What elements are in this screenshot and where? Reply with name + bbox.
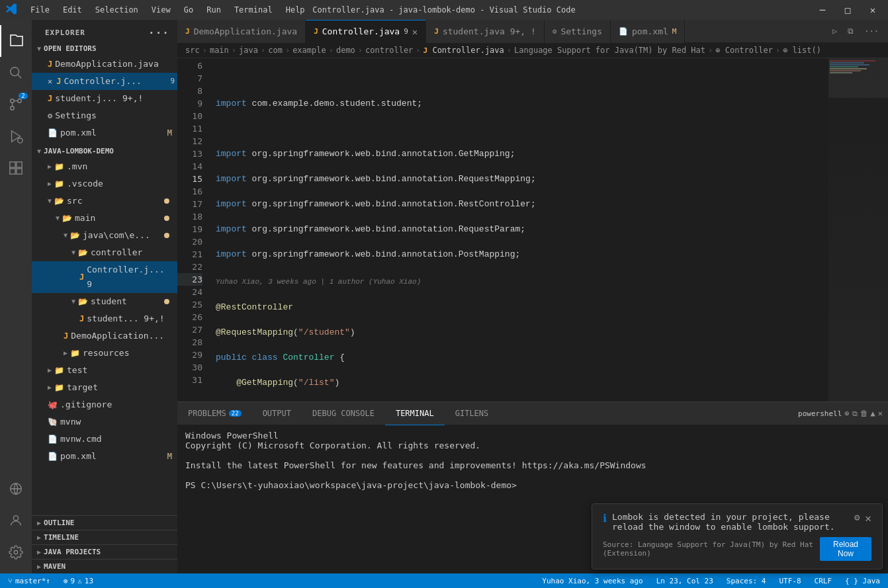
file-controller-java[interactable]: J Controller.j... 9: [32, 261, 177, 293]
breadcrumb-src[interactable]: src: [185, 46, 200, 55]
breadcrumb-controller[interactable]: controller: [365, 46, 413, 55]
tab-settings[interactable]: ⚙ Settings: [545, 20, 611, 43]
tab-student[interactable]: J student.java 9+, !: [426, 20, 545, 43]
code-line: @RestController: [216, 301, 828, 314]
split-editor-icon[interactable]: ⧉: [844, 24, 858, 38]
open-editor-demo-application[interactable]: J DemoApplication.java: [32, 56, 177, 73]
open-editors-section[interactable]: ▼ OPEN EDITORS: [32, 42, 177, 56]
add-terminal-icon[interactable]: ⊕: [844, 409, 849, 418]
folder-controller[interactable]: ▼ 📂 controller: [32, 244, 177, 261]
minimize-button[interactable]: ─: [813, 3, 832, 17]
account-icon[interactable]: [0, 505, 32, 536]
open-editor-controller[interactable]: ✕ J Controller.j... 9: [32, 73, 177, 90]
menu-view[interactable]: View: [146, 4, 176, 16]
breadcrumb-com[interactable]: com: [268, 46, 283, 55]
outline-header[interactable]: ▶ OUTLINE: [32, 516, 177, 530]
maximize-button[interactable]: □: [838, 3, 858, 17]
breadcrumb-lang-support[interactable]: Language Support for Java(TM) by Red Hat: [514, 46, 705, 55]
tab-pom[interactable]: 📄 pom.xml M: [611, 20, 685, 43]
cmd-icon: 📄: [48, 432, 58, 446]
file-gitignore[interactable]: 🐙 .gitignore: [32, 396, 177, 413]
open-editor-student[interactable]: J student.j... 9+,!: [32, 90, 177, 107]
tab-output[interactable]: OUTPUT: [252, 402, 302, 425]
tab-close-button[interactable]: ✕: [412, 26, 418, 37]
breadcrumb-example[interactable]: example: [292, 46, 326, 55]
close-button[interactable]: ✕: [863, 3, 883, 17]
folder-vscode[interactable]: ▶ 📁 .vscode: [32, 175, 177, 192]
menu-run[interactable]: Run: [201, 4, 226, 16]
menu-terminal[interactable]: Terminal: [229, 4, 278, 16]
file-student-java[interactable]: J student... 9+,!: [32, 310, 177, 327]
folder-java-com[interactable]: ▼ 📂 java\com\e...: [32, 227, 177, 244]
error-warning-status[interactable]: ⊗ 9 ⚠ 13: [61, 577, 96, 585]
close-icon[interactable]: ✕: [48, 74, 52, 89]
maven-header[interactable]: ▶ MAVEN: [32, 560, 177, 573]
git-blame-status[interactable]: Yuhao Xiao, 3 weeks ago: [539, 577, 645, 585]
file-mvnw-cmd[interactable]: 📄 mvnw.cmd: [32, 431, 177, 448]
svg-rect-12: [17, 169, 22, 174]
menu-help[interactable]: Help: [281, 4, 310, 16]
java-projects-header[interactable]: ▶ JAVA PROJECTS: [32, 545, 177, 559]
project-section[interactable]: ▼ JAVA-LOMBOK-DEMO: [32, 144, 177, 158]
tab-debug-console[interactable]: DEBUG CONSOLE: [302, 402, 385, 425]
search-icon[interactable]: [0, 57, 32, 89]
file-demo-application[interactable]: J DemoApplication...: [32, 327, 177, 345]
maximize-panel-icon[interactable]: ▲: [871, 409, 875, 418]
sidebar-more-icon[interactable]: ···: [148, 26, 169, 39]
extensions-icon[interactable]: [0, 152, 32, 184]
tab-terminal[interactable]: TERMINAL: [385, 402, 445, 425]
reload-now-button[interactable]: Reload Now: [820, 537, 871, 561]
lombok-notification: ℹ Lombok is detected in your project, pl…: [592, 503, 883, 569]
encoding-status[interactable]: UTF-8: [776, 577, 803, 585]
folder-icon: 📂: [54, 194, 64, 208]
folder-resources[interactable]: ▶ 📁 resources: [32, 345, 177, 362]
menu-file[interactable]: File: [25, 4, 55, 16]
settings-gear-icon[interactable]: [0, 536, 32, 568]
more-actions-icon[interactable]: ···: [860, 24, 883, 38]
breadcrumb-main[interactable]: main: [210, 46, 229, 55]
breadcrumb-controller-class[interactable]: ⊕ Controller: [715, 46, 773, 55]
sidebar-header: EXPLORER ···: [32, 20, 177, 42]
split-terminal-icon[interactable]: ⧉: [852, 409, 858, 418]
file-mvnw[interactable]: 🐚 mvnw: [32, 413, 177, 431]
kill-terminal-icon[interactable]: 🗑: [860, 409, 868, 418]
folder-src[interactable]: ▼ 📂 src: [32, 192, 177, 210]
language-status[interactable]: { } Java: [842, 577, 883, 585]
source-control-icon[interactable]: 2: [0, 89, 32, 120]
notification-close-icon[interactable]: ✕: [865, 512, 871, 525]
open-editor-pom[interactable]: 📄 pom.xml M: [32, 124, 177, 142]
code-line: @RequestMapping("/student"): [216, 326, 828, 339]
folder-student[interactable]: ▼ 📂 student: [32, 293, 177, 310]
remote-explorer-icon[interactable]: [0, 473, 32, 505]
line-endings-status[interactable]: CRLF: [812, 577, 835, 585]
folder-test[interactable]: ▶ 📁 test: [32, 362, 177, 379]
code-content[interactable]: import com.example.demo.student.student;…: [210, 58, 828, 401]
tab-demo-application[interactable]: J DemoApplication.java: [177, 20, 306, 43]
cursor-position-status[interactable]: Ln 23, Col 23: [654, 577, 716, 585]
breadcrumb-java[interactable]: java: [239, 46, 258, 55]
tab-problems[interactable]: PROBLEMS 22: [177, 402, 252, 425]
breadcrumb-file[interactable]: J Controller.java: [423, 46, 504, 55]
file-pom-xml[interactable]: 📄 pom.xml M: [32, 448, 177, 465]
notification-settings-icon[interactable]: ⚙: [854, 512, 860, 523]
menu-selection[interactable]: Selection: [90, 4, 144, 16]
java-icon: J: [79, 312, 84, 326]
code-editor[interactable]: 6 7 8 9 10 11 12 13 14 15 16 17 18 19 20…: [177, 58, 888, 401]
timeline-header[interactable]: ▶ TIMELINE: [32, 530, 177, 544]
open-editor-settings[interactable]: ⚙ Settings: [32, 107, 177, 124]
folder-target[interactable]: ▶ 📁 target: [32, 379, 177, 396]
breadcrumb-demo[interactable]: demo: [336, 46, 355, 55]
tab-gitlens[interactable]: GITLENS: [445, 402, 500, 425]
git-branch-status[interactable]: ⑂ master*↑: [5, 577, 53, 585]
run-action-icon[interactable]: ▷: [828, 24, 841, 38]
indentation-status[interactable]: Spaces: 4: [724, 577, 769, 585]
folder-main[interactable]: ▼ 📂 main: [32, 210, 177, 227]
menu-go[interactable]: Go: [179, 4, 199, 16]
breadcrumb-list-method[interactable]: ⊕ list(): [783, 46, 821, 55]
menu-edit[interactable]: Edit: [58, 4, 87, 16]
close-panel-icon[interactable]: ✕: [878, 409, 883, 418]
run-debug-icon[interactable]: [0, 120, 32, 152]
tab-controller[interactable]: J Controller.java 9 ✕: [306, 20, 426, 43]
explorer-icon[interactable]: [0, 25, 32, 57]
folder-mvn[interactable]: ▶ 📁 .mvn: [32, 158, 177, 175]
